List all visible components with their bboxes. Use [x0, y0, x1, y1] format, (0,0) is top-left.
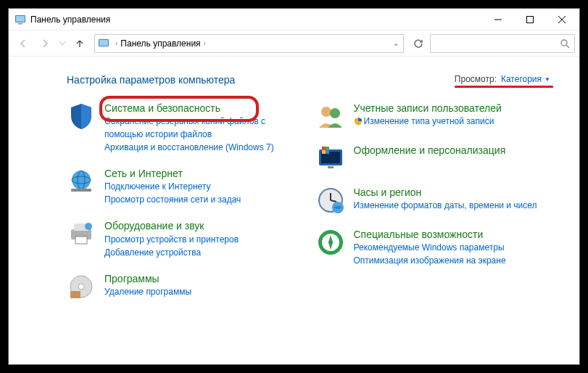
svg-point-23: [330, 108, 340, 118]
disc-icon: [67, 272, 96, 301]
titlebar: Панель управления: [9, 9, 579, 30]
globe-icon: [67, 167, 96, 196]
svg-rect-28: [322, 150, 326, 154]
close-button[interactable]: [546, 9, 578, 30]
category-programs: Программы Удаление программы: [67, 272, 302, 301]
view-value[interactable]: Категория▼: [501, 74, 550, 84]
up-button[interactable]: [70, 33, 90, 54]
category-title[interactable]: Сеть и Интернет: [104, 167, 302, 180]
category-link[interactable]: Изменение форматов даты, времени и чисел: [354, 199, 551, 212]
search-icon: [560, 38, 570, 49]
content-area: Настройка параметров компьютера Просмотр…: [9, 57, 579, 364]
category-link[interactable]: Изменение типа учетной записи: [354, 115, 551, 128]
chevron-right-icon[interactable]: ›: [201, 39, 209, 47]
monitor-colors-icon: [316, 144, 345, 173]
svg-rect-21: [70, 291, 80, 298]
address-dropdown-icon[interactable]: ⌄: [389, 39, 403, 47]
view-selector[interactable]: Просмотр: Категория▼: [455, 74, 550, 86]
category-link[interactable]: Просмотр устройств и принтеров: [104, 233, 302, 246]
maximize-button[interactable]: [514, 9, 546, 30]
chevron-down-icon: ▼: [544, 76, 550, 83]
view-label: Просмотр:: [455, 74, 497, 84]
category-accessibility: Специальные возможности Рекомендуемые Wi…: [316, 228, 551, 267]
category-network: Сеть и Интернет Подключение к Интернету …: [67, 167, 302, 206]
accessibility-icon: [316, 228, 345, 257]
category-link[interactable]: Подключение к Интернету: [104, 180, 302, 193]
nav-row: › Панель управления › ⌄: [9, 30, 579, 57]
svg-rect-29: [326, 150, 329, 154]
chevron-right-icon[interactable]: ›: [112, 39, 120, 47]
svg-point-18: [85, 223, 92, 230]
category-appearance: Оформление и персонализация: [316, 144, 551, 173]
svg-rect-4: [527, 16, 534, 22]
shield-icon: [67, 102, 96, 131]
svg-rect-14: [71, 189, 91, 192]
category-link[interactable]: Архивация и восстановление (Windows 7): [104, 141, 302, 154]
svg-line-10: [566, 45, 569, 48]
control-panel-icon: [98, 38, 109, 49]
svg-rect-1: [16, 16, 25, 22]
svg-point-22: [321, 107, 331, 117]
window-title: Панель управления: [30, 15, 482, 25]
svg-point-11: [72, 171, 91, 189]
breadcrumb-root[interactable]: Панель управления: [120, 38, 200, 49]
minimize-button[interactable]: [482, 9, 514, 30]
category-accounts: Учетные записи пользователей Изменение т…: [316, 102, 551, 131]
refresh-button[interactable]: [408, 33, 428, 54]
category-title[interactable]: Оформление и персонализация: [354, 144, 551, 157]
svg-rect-17: [75, 237, 87, 244]
right-column: Учетные записи пользователей Изменение т…: [316, 102, 551, 301]
category-title[interactable]: Учетные записи пользователей: [354, 102, 551, 115]
svg-rect-30: [328, 166, 334, 168]
svg-point-20: [78, 284, 84, 290]
category-link[interactable]: Добавление устройства: [104, 246, 302, 259]
category-system-security: Система и безопасность Сохранение резерв…: [67, 102, 302, 154]
category-title[interactable]: Часы и регион: [354, 186, 551, 199]
svg-rect-27: [326, 147, 329, 150]
users-icon: [316, 102, 345, 131]
category-title[interactable]: Система и безопасность: [104, 102, 302, 115]
address-bar[interactable]: › Панель управления › ⌄: [94, 34, 404, 53]
annotation-underline: [455, 86, 553, 88]
svg-rect-2: [18, 23, 22, 25]
back-button[interactable]: [13, 33, 33, 54]
forward-button[interactable]: [35, 33, 55, 54]
search-input[interactable]: [430, 34, 575, 53]
category-clock: Часы и регион Изменение форматов даты, в…: [316, 186, 551, 215]
control-panel-icon: [15, 14, 26, 25]
category-hardware: Оборудование и звук Просмотр устройств и…: [67, 219, 302, 258]
svg-rect-26: [322, 147, 326, 150]
svg-rect-8: [99, 40, 108, 46]
category-title[interactable]: Оборудование и звук: [104, 219, 302, 232]
category-link[interactable]: Просмотр состояния сети и задач: [104, 193, 302, 206]
category-link[interactable]: Сохранение резервных копий файлов с помо…: [104, 115, 302, 141]
category-link[interactable]: Оптимизация изображения на экране: [354, 254, 551, 267]
left-column: Система и безопасность Сохранение резерв…: [67, 102, 302, 301]
uac-shield-icon: [354, 117, 363, 126]
control-panel-window: Панель управления › Панель управления › …: [8, 8, 580, 365]
recent-dropdown-icon[interactable]: [57, 33, 68, 54]
category-link[interactable]: Удаление программы: [104, 285, 302, 298]
clock-globe-icon: [316, 186, 345, 215]
svg-point-9: [561, 40, 567, 46]
category-title[interactable]: Специальные возможности: [354, 228, 551, 241]
category-link[interactable]: Рекомендуемые Windows параметры: [354, 241, 551, 254]
page-title: Настройка параметров компьютера: [67, 74, 235, 86]
svg-point-37: [328, 240, 333, 245]
category-title[interactable]: Программы: [104, 272, 302, 285]
printer-icon: [67, 219, 96, 248]
